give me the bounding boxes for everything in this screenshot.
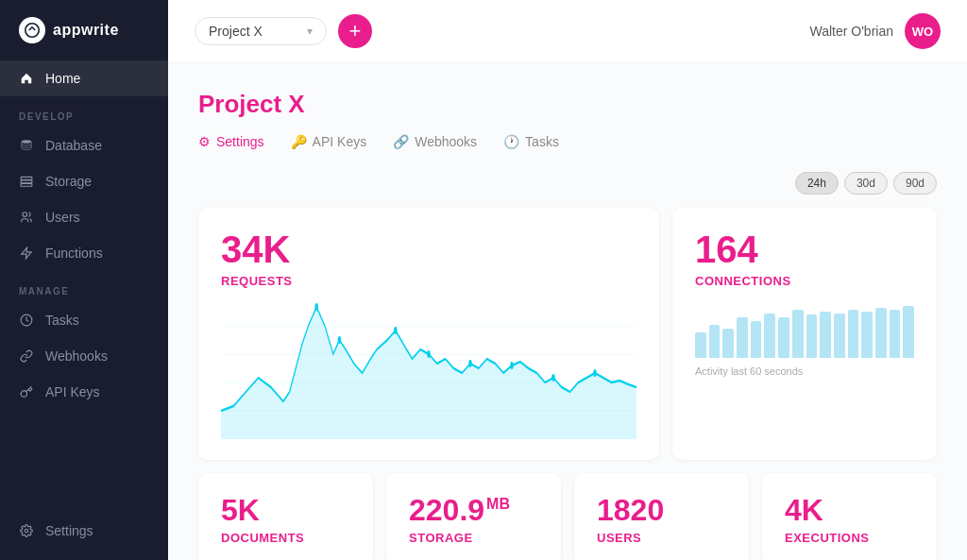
users-label: Users xyxy=(597,531,726,545)
tasks-tab-icon: 🕐 xyxy=(503,134,519,149)
mini-bar-item xyxy=(778,317,789,358)
manage-section-label: MANAGE xyxy=(0,271,168,302)
bottom-stats: 5K Documents 220.9MB Storage 1820 Users … xyxy=(198,473,937,560)
home-icon xyxy=(19,71,34,86)
svg-point-0 xyxy=(25,24,39,37)
users-value: 1820 xyxy=(597,494,726,527)
executions-label: Executions xyxy=(785,531,914,545)
tab-api-keys-label: API Keys xyxy=(313,134,367,149)
settings-tab-icon: ⚙ xyxy=(198,134,211,149)
webhooks-icon xyxy=(19,348,34,364)
project-name: Project X xyxy=(209,24,263,39)
mini-bar-item xyxy=(875,308,887,358)
time-btn-30d[interactable]: 30d xyxy=(844,172,888,195)
svg-point-5 xyxy=(23,212,27,217)
sidebar-functions-label: Functions xyxy=(45,246,103,261)
mini-bar-item xyxy=(722,329,734,358)
mini-bar-item xyxy=(792,310,804,358)
sidebar-item-webhooks[interactable]: Webhooks xyxy=(0,338,168,374)
tab-settings-label: Settings xyxy=(216,134,264,149)
sidebar-item-database[interactable]: Database xyxy=(0,127,168,163)
sidebar: appwrite Home DEVELOP Database Storage xyxy=(0,0,168,560)
project-selector[interactable]: Project X ▾ xyxy=(195,17,327,45)
develop-section-label: DEVELOP xyxy=(0,96,168,127)
sidebar-api-keys-label: API Keys xyxy=(45,384,100,399)
webhooks-tab-icon: 🔗 xyxy=(393,134,409,149)
database-icon xyxy=(19,138,34,153)
dashboard-grid: 34K Requests xyxy=(198,208,937,460)
svg-point-16 xyxy=(468,360,472,367)
mini-bar-item xyxy=(737,317,748,358)
svg-point-18 xyxy=(551,374,555,382)
requests-label: Requests xyxy=(221,274,636,288)
storage-card: 220.9MB Storage xyxy=(386,473,561,560)
plus-icon: + xyxy=(349,21,362,42)
page-tabs: ⚙ Settings 🔑 API Keys 🔗 Webhooks 🕐 Tasks xyxy=(198,134,937,153)
svg-rect-2 xyxy=(21,177,32,179)
svg-point-15 xyxy=(427,350,431,358)
mini-bar-item xyxy=(764,314,775,358)
executions-value: 4K xyxy=(785,494,914,527)
logo-text: appwrite xyxy=(53,22,119,39)
tab-webhooks[interactable]: 🔗 Webhooks xyxy=(393,134,477,153)
svg-point-19 xyxy=(593,369,597,377)
tasks-icon xyxy=(19,313,34,328)
mini-bar-item xyxy=(806,314,818,358)
mini-bar-item xyxy=(861,312,873,358)
svg-point-7 xyxy=(25,529,28,533)
mini-bar-item xyxy=(903,306,914,358)
api-keys-icon xyxy=(19,384,34,399)
svg-point-13 xyxy=(338,336,342,344)
avatar[interactable]: WO xyxy=(905,13,941,49)
logo: appwrite xyxy=(0,0,168,60)
tab-tasks[interactable]: 🕐 Tasks xyxy=(503,134,559,153)
requests-value: 34K xyxy=(221,229,636,270)
sidebar-users-label: Users xyxy=(45,210,80,225)
requests-chart-area xyxy=(221,297,636,443)
svg-rect-4 xyxy=(21,183,32,186)
chevron-down-icon: ▾ xyxy=(307,25,313,38)
svg-point-17 xyxy=(510,362,514,369)
executions-card: 4K Executions xyxy=(762,473,937,560)
activity-note: Activity last 60 seconds xyxy=(695,365,914,377)
api-keys-tab-icon: 🔑 xyxy=(291,134,307,149)
sidebar-item-settings[interactable]: Settings xyxy=(0,513,168,549)
mini-bar-item xyxy=(848,310,859,358)
functions-icon xyxy=(19,246,34,261)
mini-bar-chart xyxy=(695,301,914,358)
sidebar-bottom: Settings xyxy=(0,513,168,560)
mini-bar-item xyxy=(695,332,706,359)
svg-point-14 xyxy=(394,327,398,334)
tab-webhooks-label: Webhooks xyxy=(415,134,477,149)
sidebar-item-storage[interactable]: Storage xyxy=(0,163,168,199)
add-button[interactable]: + xyxy=(338,14,372,48)
time-filters: 24h 30d 90d xyxy=(198,172,937,195)
documents-label: Documents xyxy=(221,531,350,545)
topbar: Project X ▾ + Walter O'brian WO xyxy=(168,0,967,63)
sidebar-settings-label: Settings xyxy=(45,523,93,538)
topbar-left: Project X ▾ + xyxy=(195,14,372,48)
sidebar-item-api-keys[interactable]: API Keys xyxy=(0,374,168,410)
sidebar-item-home-label: Home xyxy=(45,71,80,86)
sidebar-item-users[interactable]: Users xyxy=(0,199,168,235)
storage-label: Storage xyxy=(409,531,538,545)
mini-bar-item xyxy=(820,312,831,358)
tab-settings[interactable]: ⚙ Settings xyxy=(198,134,264,153)
tab-api-keys[interactable]: 🔑 API Keys xyxy=(291,134,367,153)
mini-bar-item xyxy=(709,325,721,358)
sidebar-nav: Home DEVELOP Database Storage Users xyxy=(0,60,168,513)
logo-icon xyxy=(19,17,45,43)
connections-label: Connections xyxy=(695,274,914,288)
svg-point-12 xyxy=(314,303,318,311)
svg-point-1 xyxy=(22,140,32,144)
sidebar-item-tasks[interactable]: Tasks xyxy=(0,302,168,338)
sidebar-storage-label: Storage xyxy=(45,174,92,189)
connections-card: 164 Connections Activity last 60 seconds xyxy=(672,208,937,460)
page-title: Project X xyxy=(198,90,937,119)
time-btn-24h[interactable]: 24h xyxy=(795,172,839,195)
sidebar-item-home[interactable]: Home xyxy=(0,60,168,96)
sidebar-tasks-label: Tasks xyxy=(45,313,79,328)
sidebar-item-functions[interactable]: Functions xyxy=(0,235,168,271)
time-btn-90d[interactable]: 90d xyxy=(893,172,937,195)
tab-tasks-label: Tasks xyxy=(525,134,559,149)
